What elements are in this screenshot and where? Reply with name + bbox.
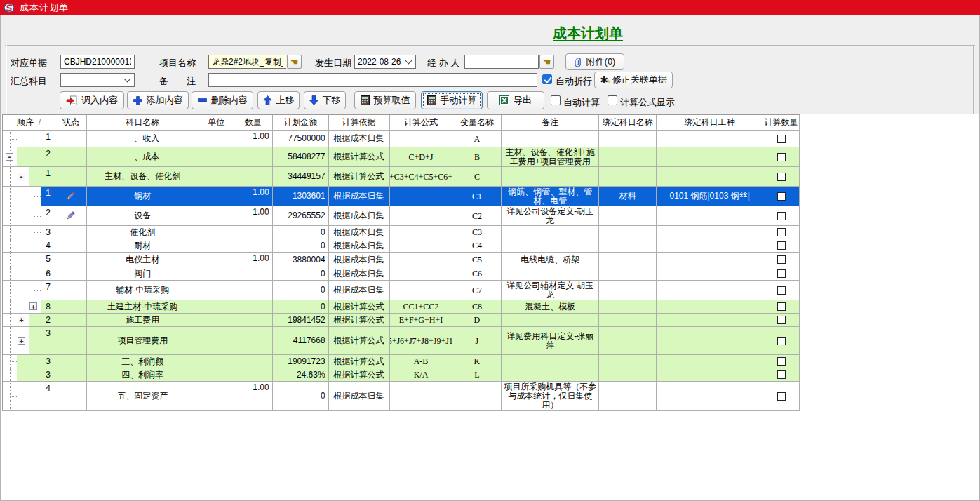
project-picker-button[interactable]: ☚ <box>287 55 302 69</box>
fix-related-docs-button[interactable]: ✱✎ 修正关联单据 <box>594 72 673 88</box>
add-content-button[interactable]: 添加内容 <box>127 91 189 109</box>
col-header-0[interactable]: 顺序/ <box>3 115 55 130</box>
export-button[interactable]: 导出 <box>487 91 544 109</box>
var-name-cell: B <box>452 147 502 166</box>
project-input[interactable] <box>208 55 286 69</box>
calc-qty-checkbox[interactable] <box>777 269 786 278</box>
collapse-icon[interactable]: - <box>6 153 13 161</box>
qty-cell: 1.00 <box>234 253 273 267</box>
table-row[interactable]: -1主材、设备、催化剂34449157根据计算公式C1+C2+C3+C4+C5+… <box>3 167 800 187</box>
col-header-4[interactable]: 数量 <box>234 115 273 130</box>
bind-worktype-cell <box>657 167 763 186</box>
calc-qty-checkbox[interactable] <box>777 337 786 345</box>
col-header-11[interactable]: 绑定科目工种 <box>657 115 763 130</box>
table-row[interactable]: 3三、利润额19091723根据计算公式A-BK <box>3 355 800 368</box>
table-row-selected[interactable]: 1钢材1.001303601根据成本归集C1钢筋、钢管、型材、管材、电管材料01… <box>3 187 800 206</box>
move-up-button[interactable]: 上移 <box>257 91 300 109</box>
var-name-cell: C <box>452 167 502 186</box>
table-row[interactable]: 7辅材-中琉采购0根据成本归集C7详见公司辅材定义-胡玉龙 <box>3 281 800 300</box>
state-cell <box>55 281 87 300</box>
attachment-button[interactable]: 附件(0) <box>565 53 624 70</box>
unit-cell <box>199 226 234 239</box>
table-row[interactable]: +8土建主材-中琉采购0根据计算公式CC1+CC2C8混凝土、模板 <box>3 300 800 314</box>
move-down-button[interactable]: 下移 <box>304 91 346 109</box>
col-header-8[interactable]: 变量名称 <box>452 115 502 130</box>
calc-qty-checkbox[interactable] <box>777 192 786 201</box>
state-cell <box>55 300 87 313</box>
excel-icon <box>499 95 509 105</box>
calc-qty-checkbox[interactable] <box>777 228 786 236</box>
tree-seq-cell: +2 <box>3 314 55 326</box>
handler-picker-button[interactable]: ☚ <box>539 55 554 69</box>
col-header-1[interactable]: 状态 <box>55 115 87 130</box>
subject-name-cell: 二、成本 <box>87 147 199 166</box>
expand-icon[interactable]: + <box>18 337 25 345</box>
unit-cell <box>199 281 234 300</box>
calc-qty-checkbox[interactable] <box>777 370 786 379</box>
var-name-cell: C4 <box>452 239 502 252</box>
tree-guide-line <box>10 226 11 239</box>
table-row[interactable]: 1一、收入1.0077500000根据成本归集A <box>3 131 800 147</box>
bind-subject-cell <box>599 314 657 326</box>
collapse-icon[interactable]: - <box>18 173 25 180</box>
table-row[interactable]: 6阀门0根据成本归集C6 <box>3 267 800 281</box>
import-icon <box>66 95 77 106</box>
autowrap-checkbox[interactable] <box>542 74 552 84</box>
delete-content-button[interactable]: 删除内容 <box>192 91 253 109</box>
calc-qty-cell <box>763 206 800 225</box>
remark-input[interactable] <box>208 73 537 87</box>
calc-qty-checkbox[interactable] <box>777 286 786 295</box>
col-header-9[interactable]: 备注 <box>502 115 599 130</box>
state-cell <box>55 147 87 166</box>
bind-worktype-cell <box>657 314 763 326</box>
subject-name-cell: 辅材-中琉采购 <box>87 281 199 300</box>
doc-no-input[interactable] <box>60 55 135 69</box>
calc-qty-checkbox[interactable] <box>777 357 786 366</box>
auto-calc-checkbox[interactable] <box>551 95 561 105</box>
calc-qty-checkbox[interactable] <box>777 212 786 220</box>
handler-input[interactable] <box>464 55 539 69</box>
plan-amount-cell: 1303601 <box>273 187 329 206</box>
table-row[interactable]: 3催化剂0根据成本归集C3 <box>3 226 800 239</box>
calc-qty-checkbox[interactable] <box>777 135 786 143</box>
summary-subject-select[interactable] <box>60 73 135 87</box>
calc-qty-checkbox[interactable] <box>777 173 786 181</box>
expand-icon[interactable]: + <box>18 316 25 323</box>
col-header-6[interactable]: 计算依据 <box>329 115 390 130</box>
table-row[interactable]: 4五、固定资产1.000根据成本归集项目所采购机具等（不参与成本统计，仅归集使用… <box>3 382 800 411</box>
var-name-cell: C5 <box>452 253 502 267</box>
col-header-3[interactable]: 单位 <box>199 115 234 130</box>
table-row[interactable]: 5电仪主材1.003880004根据成本归集C5电线电缆、桥架 <box>3 253 800 267</box>
table-row[interactable]: +3项目管理费用4117668根据计算公式J1+J2+J3+J4+J5+J6+J… <box>3 327 800 355</box>
row-seq: 2 <box>17 147 55 166</box>
table-row[interactable]: -2二、成本58408277根据计算公式C+D+JB主材、设备、催化剂+施工费用… <box>3 147 800 167</box>
plan-amount-cell: 58408277 <box>273 147 329 166</box>
tree-guide-line <box>10 253 11 267</box>
calc-qty-checkbox[interactable] <box>777 302 786 311</box>
col-header-10[interactable]: 绑定科目名称 <box>599 115 657 130</box>
state-cell <box>55 382 87 410</box>
col-header-5[interactable]: 计划金额 <box>273 115 329 130</box>
col-header-7[interactable]: 计算公式 <box>390 115 453 130</box>
table-row[interactable]: 4耐材0根据成本归集C4 <box>3 239 800 253</box>
date-select[interactable]: 2022-08-26 <box>354 55 416 69</box>
col-header-2[interactable]: 科目名称 <box>87 115 199 130</box>
show-formula-checkbox[interactable] <box>608 95 617 105</box>
manual-calc-button[interactable]: 手动计算 <box>421 91 483 109</box>
col-header-12[interactable]: 计算数量 <box>763 115 800 130</box>
table-row[interactable]: 3四、利润率24.63%根据计算公式K/AL <box>3 368 800 382</box>
calc-qty-checkbox[interactable] <box>777 392 786 401</box>
calc-qty-checkbox[interactable] <box>777 241 786 250</box>
calc-qty-checkbox[interactable] <box>777 316 786 324</box>
subject-name-cell: 三、利润额 <box>87 355 199 368</box>
expand-icon[interactable]: + <box>29 302 37 310</box>
tree-seq-cell: -2 <box>3 147 55 166</box>
import-content-button[interactable]: 调入内容 <box>60 91 124 109</box>
budget-fetch-button[interactable]: 预算取值 <box>354 91 416 109</box>
table-row[interactable]: 2设备1.0029265552根据成本归集C2详见公司设备定义-胡玉龙 <box>3 206 800 226</box>
table-row[interactable]: +2施工费用19841452根据计算公式E+F+G+H+ID <box>3 314 800 327</box>
remark-label: 备 注 <box>159 75 196 88</box>
calc-qty-checkbox[interactable] <box>777 255 786 264</box>
summary-subject-label: 汇总科目 <box>11 75 47 88</box>
calc-qty-checkbox[interactable] <box>777 153 786 161</box>
